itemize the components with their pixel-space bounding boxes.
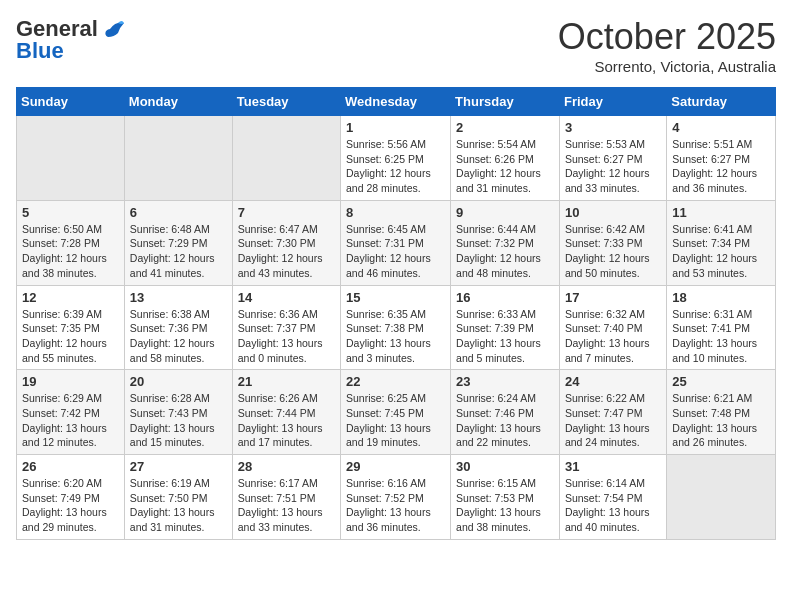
calendar-cell: 28Sunrise: 6:17 AM Sunset: 7:51 PM Dayli… <box>232 455 340 540</box>
calendar-cell: 27Sunrise: 6:19 AM Sunset: 7:50 PM Dayli… <box>124 455 232 540</box>
day-number: 11 <box>672 205 770 220</box>
day-number: 7 <box>238 205 335 220</box>
day-info: Sunrise: 6:22 AM Sunset: 7:47 PM Dayligh… <box>565 391 661 450</box>
calendar-cell: 18Sunrise: 6:31 AM Sunset: 7:41 PM Dayli… <box>667 285 776 370</box>
day-number: 9 <box>456 205 554 220</box>
calendar-cell: 13Sunrise: 6:38 AM Sunset: 7:36 PM Dayli… <box>124 285 232 370</box>
day-number: 5 <box>22 205 119 220</box>
calendar-week-row: 12Sunrise: 6:39 AM Sunset: 7:35 PM Dayli… <box>17 285 776 370</box>
day-info: Sunrise: 5:54 AM Sunset: 6:26 PM Dayligh… <box>456 137 554 196</box>
day-number: 18 <box>672 290 770 305</box>
day-number: 21 <box>238 374 335 389</box>
day-number: 22 <box>346 374 445 389</box>
day-info: Sunrise: 6:26 AM Sunset: 7:44 PM Dayligh… <box>238 391 335 450</box>
calendar-cell <box>232 116 340 201</box>
calendar-cell: 29Sunrise: 6:16 AM Sunset: 7:52 PM Dayli… <box>341 455 451 540</box>
day-info: Sunrise: 6:33 AM Sunset: 7:39 PM Dayligh… <box>456 307 554 366</box>
calendar-cell: 15Sunrise: 6:35 AM Sunset: 7:38 PM Dayli… <box>341 285 451 370</box>
calendar-week-row: 26Sunrise: 6:20 AM Sunset: 7:49 PM Dayli… <box>17 455 776 540</box>
calendar-cell: 9Sunrise: 6:44 AM Sunset: 7:32 PM Daylig… <box>451 200 560 285</box>
day-info: Sunrise: 6:47 AM Sunset: 7:30 PM Dayligh… <box>238 222 335 281</box>
calendar-cell: 30Sunrise: 6:15 AM Sunset: 7:53 PM Dayli… <box>451 455 560 540</box>
header-tuesday: Tuesday <box>232 88 340 116</box>
calendar-cell: 20Sunrise: 6:28 AM Sunset: 7:43 PM Dayli… <box>124 370 232 455</box>
day-number: 1 <box>346 120 445 135</box>
day-info: Sunrise: 6:32 AM Sunset: 7:40 PM Dayligh… <box>565 307 661 366</box>
day-info: Sunrise: 6:15 AM Sunset: 7:53 PM Dayligh… <box>456 476 554 535</box>
title-block: October 2025 Sorrento, Victoria, Austral… <box>558 16 776 75</box>
day-number: 4 <box>672 120 770 135</box>
day-info: Sunrise: 6:20 AM Sunset: 7:49 PM Dayligh… <box>22 476 119 535</box>
calendar-cell: 21Sunrise: 6:26 AM Sunset: 7:44 PM Dayli… <box>232 370 340 455</box>
day-number: 12 <box>22 290 119 305</box>
calendar-cell: 14Sunrise: 6:36 AM Sunset: 7:37 PM Dayli… <box>232 285 340 370</box>
day-number: 3 <box>565 120 661 135</box>
day-info: Sunrise: 6:48 AM Sunset: 7:29 PM Dayligh… <box>130 222 227 281</box>
calendar-cell: 11Sunrise: 6:41 AM Sunset: 7:34 PM Dayli… <box>667 200 776 285</box>
day-info: Sunrise: 5:51 AM Sunset: 6:27 PM Dayligh… <box>672 137 770 196</box>
day-number: 31 <box>565 459 661 474</box>
calendar-cell <box>124 116 232 201</box>
calendar-cell: 12Sunrise: 6:39 AM Sunset: 7:35 PM Dayli… <box>17 285 125 370</box>
calendar-cell: 26Sunrise: 6:20 AM Sunset: 7:49 PM Dayli… <box>17 455 125 540</box>
calendar-header-row: Sunday Monday Tuesday Wednesday Thursday… <box>17 88 776 116</box>
day-info: Sunrise: 6:31 AM Sunset: 7:41 PM Dayligh… <box>672 307 770 366</box>
calendar-cell <box>667 455 776 540</box>
calendar-cell: 24Sunrise: 6:22 AM Sunset: 7:47 PM Dayli… <box>559 370 666 455</box>
day-number: 29 <box>346 459 445 474</box>
header-wednesday: Wednesday <box>341 88 451 116</box>
day-number: 16 <box>456 290 554 305</box>
calendar-cell: 5Sunrise: 6:50 AM Sunset: 7:28 PM Daylig… <box>17 200 125 285</box>
day-info: Sunrise: 6:39 AM Sunset: 7:35 PM Dayligh… <box>22 307 119 366</box>
day-info: Sunrise: 6:29 AM Sunset: 7:42 PM Dayligh… <box>22 391 119 450</box>
header-thursday: Thursday <box>451 88 560 116</box>
day-info: Sunrise: 6:50 AM Sunset: 7:28 PM Dayligh… <box>22 222 119 281</box>
day-info: Sunrise: 6:21 AM Sunset: 7:48 PM Dayligh… <box>672 391 770 450</box>
day-info: Sunrise: 6:41 AM Sunset: 7:34 PM Dayligh… <box>672 222 770 281</box>
day-number: 25 <box>672 374 770 389</box>
calendar-cell: 19Sunrise: 6:29 AM Sunset: 7:42 PM Dayli… <box>17 370 125 455</box>
day-number: 24 <box>565 374 661 389</box>
calendar-cell: 1Sunrise: 5:56 AM Sunset: 6:25 PM Daylig… <box>341 116 451 201</box>
day-number: 14 <box>238 290 335 305</box>
calendar-cell: 31Sunrise: 6:14 AM Sunset: 7:54 PM Dayli… <box>559 455 666 540</box>
page-header: General Blue October 2025 Sorrento, Vict… <box>16 16 776 75</box>
logo: General Blue <box>16 16 124 64</box>
day-number: 27 <box>130 459 227 474</box>
calendar-cell <box>17 116 125 201</box>
calendar-cell: 22Sunrise: 6:25 AM Sunset: 7:45 PM Dayli… <box>341 370 451 455</box>
header-friday: Friday <box>559 88 666 116</box>
calendar-cell: 7Sunrise: 6:47 AM Sunset: 7:30 PM Daylig… <box>232 200 340 285</box>
day-number: 17 <box>565 290 661 305</box>
header-sunday: Sunday <box>17 88 125 116</box>
day-number: 26 <box>22 459 119 474</box>
logo-bird-icon <box>102 19 124 39</box>
day-number: 13 <box>130 290 227 305</box>
day-number: 8 <box>346 205 445 220</box>
day-info: Sunrise: 6:28 AM Sunset: 7:43 PM Dayligh… <box>130 391 227 450</box>
day-info: Sunrise: 6:35 AM Sunset: 7:38 PM Dayligh… <box>346 307 445 366</box>
day-info: Sunrise: 6:45 AM Sunset: 7:31 PM Dayligh… <box>346 222 445 281</box>
day-info: Sunrise: 6:19 AM Sunset: 7:50 PM Dayligh… <box>130 476 227 535</box>
day-info: Sunrise: 6:42 AM Sunset: 7:33 PM Dayligh… <box>565 222 661 281</box>
calendar-cell: 10Sunrise: 6:42 AM Sunset: 7:33 PM Dayli… <box>559 200 666 285</box>
day-info: Sunrise: 6:25 AM Sunset: 7:45 PM Dayligh… <box>346 391 445 450</box>
day-number: 30 <box>456 459 554 474</box>
day-info: Sunrise: 6:36 AM Sunset: 7:37 PM Dayligh… <box>238 307 335 366</box>
logo-blue-text: Blue <box>16 38 64 64</box>
calendar-cell: 25Sunrise: 6:21 AM Sunset: 7:48 PM Dayli… <box>667 370 776 455</box>
calendar-cell: 4Sunrise: 5:51 AM Sunset: 6:27 PM Daylig… <box>667 116 776 201</box>
month-year-title: October 2025 <box>558 16 776 58</box>
header-monday: Monday <box>124 88 232 116</box>
day-number: 2 <box>456 120 554 135</box>
day-info: Sunrise: 6:16 AM Sunset: 7:52 PM Dayligh… <box>346 476 445 535</box>
day-info: Sunrise: 6:44 AM Sunset: 7:32 PM Dayligh… <box>456 222 554 281</box>
day-number: 19 <box>22 374 119 389</box>
calendar-week-row: 19Sunrise: 6:29 AM Sunset: 7:42 PM Dayli… <box>17 370 776 455</box>
calendar-cell: 3Sunrise: 5:53 AM Sunset: 6:27 PM Daylig… <box>559 116 666 201</box>
location-subtitle: Sorrento, Victoria, Australia <box>558 58 776 75</box>
calendar-cell: 2Sunrise: 5:54 AM Sunset: 6:26 PM Daylig… <box>451 116 560 201</box>
day-info: Sunrise: 6:38 AM Sunset: 7:36 PM Dayligh… <box>130 307 227 366</box>
day-number: 23 <box>456 374 554 389</box>
calendar-week-row: 5Sunrise: 6:50 AM Sunset: 7:28 PM Daylig… <box>17 200 776 285</box>
